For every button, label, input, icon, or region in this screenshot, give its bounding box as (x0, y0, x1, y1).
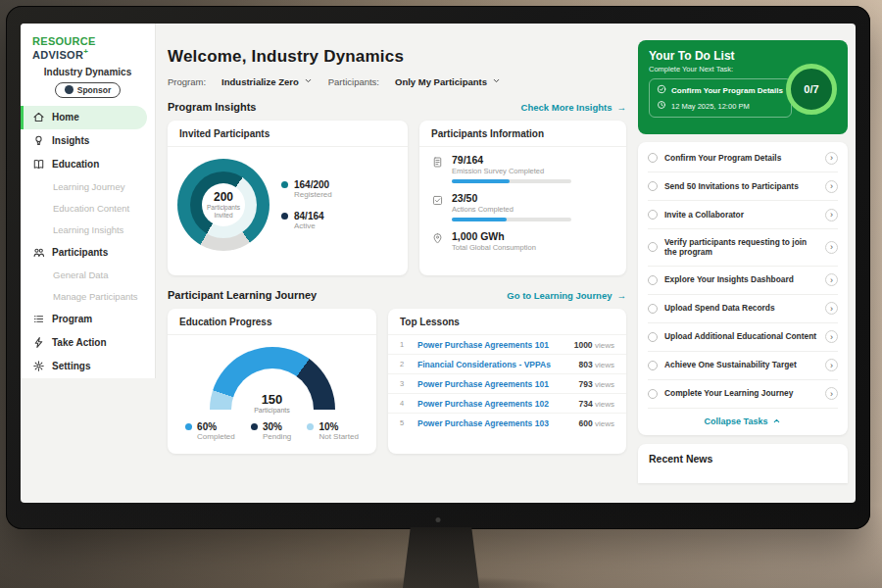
section-title: Program Insights (168, 101, 256, 113)
legend-dot (307, 423, 314, 430)
lesson-row[interactable]: 4 Power Purchase Agreements 102 734 view… (388, 393, 626, 413)
todo-task-row[interactable]: Send 50 Invitations to Participants › (648, 172, 838, 201)
chevron-right-icon[interactable]: › (825, 330, 838, 343)
task-checkbox[interactable] (648, 210, 658, 220)
todo-task-row[interactable]: Upload Additional Educational Content › (648, 323, 838, 352)
learning-cards-row: Education Progress 150 Participants (168, 309, 626, 454)
sidebar-item-label: Settings (52, 361, 90, 371)
task-checkbox[interactable] (648, 361, 658, 370)
education-progress-card: Education Progress 150 Participants (168, 309, 376, 454)
todo-task-row[interactable]: Explore Your Insights Dashboard › (648, 267, 838, 295)
sidebar-item-participants[interactable]: Participants (21, 241, 155, 265)
role-badge-wrap: Sponsor (21, 82, 155, 98)
chevron-right-icon[interactable]: › (825, 209, 838, 221)
card-title: Education Progress (168, 309, 376, 335)
room-background: RESOURCE ADVISOR+ Industry Dynamics Spon… (0, 0, 882, 588)
todo-progress-value: 0/7 (804, 83, 818, 95)
sponsor-badge[interactable]: Sponsor (55, 82, 121, 98)
insights-cards-row: Invited Participants 200 Participants In… (168, 121, 626, 275)
check-more-insights-link[interactable]: Check More Insights → (521, 102, 626, 113)
page-title: Welcome, Industry Dynamics (168, 47, 626, 67)
task-checkbox[interactable] (648, 304, 658, 314)
sidebar-item-program[interactable]: Program (21, 308, 155, 331)
lesson-title-link[interactable]: Financial Considerations - VPPAs (417, 360, 571, 369)
sidebar-item-label: Learning Journey (53, 181, 124, 192)
lesson-title-link[interactable]: Power Purchase Agreements 101 (417, 379, 571, 389)
todo-hero-card: Your To Do List Complete Your Next Task:… (638, 40, 848, 134)
task-checkbox[interactable] (648, 242, 658, 252)
clock-icon (657, 100, 666, 112)
participants-select[interactable]: Only My Participants (395, 76, 501, 87)
next-task-box[interactable]: Confirm Your Program Details 12 May 2025… (649, 78, 792, 118)
lesson-title-link[interactable]: Power Purchase Agreements 102 (417, 399, 571, 409)
lesson-rank: 3 (400, 379, 411, 388)
program-select[interactable]: Industrialize Zero (221, 76, 313, 87)
legend-dot (281, 181, 288, 188)
invited-body: 200 Participants Invited 164/200 Registe (168, 147, 408, 263)
go-to-learning-journey-link[interactable]: Go to Learning Journey → (507, 290, 626, 301)
sidebar-item-learning-insights[interactable]: Learning Insights (21, 220, 155, 241)
todo-task-row[interactable]: Upload Spend Data Records › (648, 295, 838, 323)
chevron-down-icon (304, 76, 313, 87)
legend-value: 60% (197, 421, 235, 432)
todo-task-row[interactable]: Achieve One Sustainability Target › (648, 352, 838, 380)
chevron-right-icon[interactable]: › (825, 359, 838, 371)
legend-value: 30% (263, 421, 291, 432)
lesson-row[interactable]: 1 Power Purchase Agreements 101 1000 vie… (388, 334, 626, 354)
brand-secondary: ADVISOR (32, 49, 83, 61)
lesson-row[interactable]: 3 Power Purchase Agreements 101 793 view… (388, 373, 626, 393)
task-checkbox[interactable] (648, 153, 658, 163)
card-title: Top Lessons (388, 309, 626, 334)
sidebar-item-manage-participants[interactable]: Manage Participants (21, 286, 155, 308)
legend-item-not-started: 10% Not Started (307, 421, 358, 441)
collapse-tasks-link[interactable]: Collapse Tasks (648, 409, 838, 433)
sidebar-item-home[interactable]: Home (21, 106, 147, 129)
donut-legend: 164/200 Registered 84/164 Active (281, 179, 332, 230)
legend-dot (185, 423, 192, 430)
chevron-right-icon[interactable]: › (825, 273, 838, 286)
task-label: Upload Additional Educational Content (664, 331, 818, 342)
lesson-row[interactable]: 5 Power Purchase Agreements 103 600 view… (388, 413, 626, 432)
legend-value: 164/200 (294, 179, 332, 190)
sidebar-item-general-data[interactable]: General Data (21, 265, 155, 286)
chevron-right-icon[interactable]: › (825, 152, 838, 165)
todo-task-row[interactable]: Complete Your Learning Journey › (648, 380, 838, 409)
sidebar-item-learning-journey[interactable]: Learning Journey (21, 176, 155, 198)
sidebar-item-insights[interactable]: Insights (21, 129, 155, 153)
stat-emission-survey: 79/164 Emission Survey Completed (419, 147, 626, 185)
legend-label: Completed (197, 432, 235, 441)
lesson-views-word: views (595, 380, 614, 389)
sidebar-item-education-content[interactable]: Education Content (21, 198, 155, 220)
sidebar-item-settings[interactable]: Settings (21, 355, 155, 378)
lesson-views-word: views (595, 419, 614, 428)
lesson-row[interactable]: 2 Financial Considerations - VPPAs 803 v… (388, 354, 626, 373)
task-checkbox[interactable] (648, 389, 658, 399)
task-checkbox[interactable] (648, 181, 658, 191)
invited-participants-card: Invited Participants 200 Participants In… (168, 121, 408, 275)
dashboard-screen: RESOURCE ADVISOR+ Industry Dynamics Spon… (21, 24, 856, 503)
sidebar-item-label: Home (52, 112, 79, 122)
gauge-value: 150 (210, 392, 335, 407)
lesson-rank: 1 (400, 340, 411, 349)
lesson-title-link[interactable]: Power Purchase Agreements 103 (417, 418, 571, 428)
todo-task-row[interactable]: Confirm Your Program Details › (648, 144, 838, 172)
chevron-right-icon[interactable]: › (825, 302, 838, 315)
sidebar-item-education[interactable]: Education (21, 153, 155, 176)
chevron-right-icon[interactable]: › (825, 180, 838, 193)
todo-task-row[interactable]: Verify participants requesting to join t… (648, 229, 838, 267)
lesson-views-count: 803 (578, 360, 592, 369)
task-checkbox[interactable] (648, 332, 658, 342)
sidebar-item-take-action[interactable]: Take Action (21, 331, 155, 355)
chevron-right-icon[interactable]: › (825, 387, 838, 400)
sidebar-item-label: Education Content (53, 203, 129, 214)
progress-bar (452, 218, 571, 221)
sidebar-nav: Home Insights Education Learning Journey (21, 106, 155, 378)
chevron-right-icon[interactable]: › (825, 241, 838, 254)
org-name: Industry Dynamics (21, 67, 155, 77)
chevron-up-icon (772, 416, 781, 425)
lesson-title-link[interactable]: Power Purchase Agreements 101 (417, 340, 567, 350)
task-checkbox[interactable] (648, 275, 658, 285)
todo-task-row[interactable]: Invite a Collaborator › (648, 201, 838, 229)
survey-icon (431, 156, 444, 169)
program-select-value: Industrialize Zero (221, 76, 299, 87)
